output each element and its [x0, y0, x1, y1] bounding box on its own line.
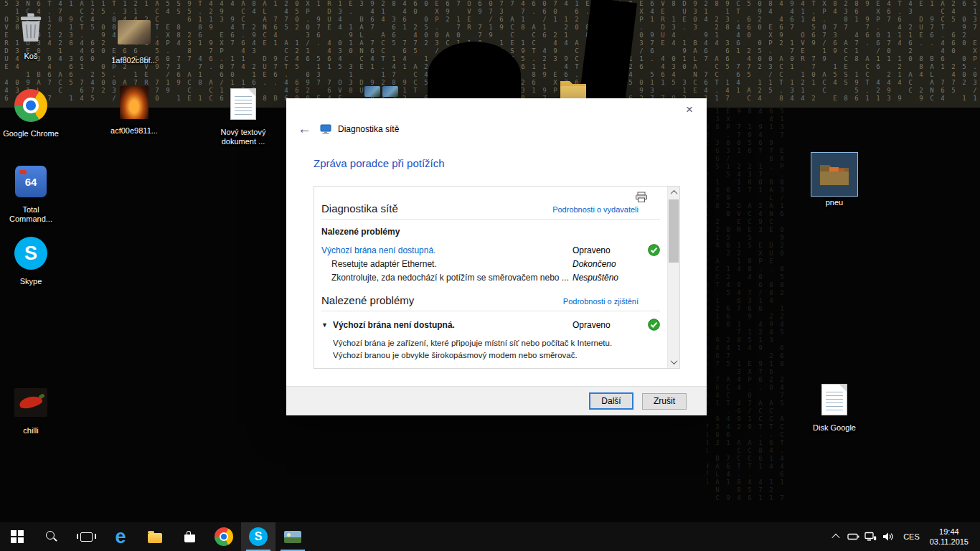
page-title: Zpráva poradce při potížích: [314, 157, 707, 169]
search-button[interactable]: [34, 522, 69, 551]
dialog-footer: Další Zrušit: [286, 386, 707, 415]
scroll-up-icon[interactable]: [668, 187, 680, 199]
language-indicator[interactable]: CES: [896, 522, 927, 551]
report-content: Diagnostika sítě Podrobnosti o vydavatel…: [314, 187, 667, 368]
desktop-icon-image-acf[interactable]: acf00e9811...: [106, 80, 162, 136]
skype-icon: S: [249, 527, 268, 546]
image-thumbnail-icon: [118, 20, 151, 44]
status-text: Opraveno: [573, 245, 641, 255]
desktop-icon-recycle-bin[interactable]: Koš: [3, 6, 59, 61]
status-text: Dokončeno: [573, 259, 641, 269]
task-view-icon: [80, 532, 93, 542]
open-folder-icon: [819, 161, 850, 188]
section-title: Nalezené problémy: [321, 294, 414, 306]
desktop-icon-label: Disk Google: [813, 423, 856, 433]
task-view-button[interactable]: [69, 522, 103, 551]
problem-title: Výchozí brána není dostupná.: [333, 320, 455, 330]
document-icon: [821, 384, 847, 415]
start-button[interactable]: [0, 522, 34, 551]
desktop-icon-label: Google Chrome: [3, 129, 59, 138]
text-document-icon: [230, 88, 256, 120]
chrome-icon: [14, 89, 47, 122]
desktop-icon-total-commander[interactable]: 64 Total Command...: [3, 159, 59, 224]
store-icon: [184, 534, 195, 542]
chrome-button[interactable]: [207, 522, 241, 551]
print-icon[interactable]: [635, 192, 648, 203]
report-panel: Diagnostika sítě Podrobnosti o vydavatel…: [314, 186, 680, 369]
desktop-icon-image-1af[interactable]: 1af802c8bf...: [106, 10, 162, 65]
taskbar: e S: [0, 522, 980, 551]
titlebar: ×: [286, 98, 707, 120]
problem-detail-row: ▼Výchozí brána není dostupná. Opraveno: [321, 318, 660, 331]
back-icon[interactable]: ←: [298, 122, 314, 136]
section-title: Diagnostika sítě: [321, 202, 398, 215]
desktop-icon-label: 1af802c8bf...: [111, 56, 157, 65]
desktop-icon-google-chrome[interactable]: Google Chrome: [3, 83, 59, 138]
system-tray: CES 19:44 03.11.2015: [827, 522, 980, 551]
desktop-icon-label: Koš: [24, 52, 38, 61]
problem-row: Výchozí brána není dostupná. Opraveno: [321, 243, 660, 257]
skype-button[interactable]: S: [241, 522, 275, 551]
recycle-bin-icon: [17, 12, 44, 44]
desktop-icon-pneu[interactable]: pneu: [806, 152, 862, 207]
detection-details-link[interactable]: Podrobnosti o zjištění: [563, 297, 639, 306]
step-text: Zkontrolujte, zda nedochází k potížím se…: [321, 273, 573, 283]
desktop-icon-label: chilli: [23, 426, 38, 435]
desktop-icon-text-document[interactable]: Nový textový dokument ...: [215, 82, 271, 146]
skype-icon: S: [14, 237, 47, 270]
date: 03.11.2015: [930, 537, 969, 547]
photos-icon: [284, 531, 301, 543]
volume-icon[interactable]: [879, 522, 896, 551]
photos-button[interactable]: [275, 522, 310, 551]
problems-found-header: Nalezené problémy: [321, 227, 660, 237]
close-icon[interactable]: ×: [678, 101, 701, 118]
desktop-icon-disk-google[interactable]: Disk Google: [806, 377, 862, 433]
cancel-button[interactable]: Zrušit: [642, 393, 687, 410]
scrollbar-thumb[interactable]: [669, 199, 679, 263]
wizard-header: ← Diagnostika sítě: [286, 120, 707, 138]
file-explorer-button[interactable]: [138, 522, 172, 551]
total-commander-icon: 64: [15, 166, 47, 197]
step-row: Zkontrolujte, zda nedochází k potížím se…: [321, 270, 660, 284]
chrome-icon: [215, 527, 233, 546]
description-line: Výchozí branou je obvykle širokopásmový …: [333, 349, 660, 362]
status-text: Opraveno: [573, 320, 641, 330]
step-row: Resetujte adaptér Ethernet. Dokončeno: [321, 257, 660, 270]
tray-chevron-up-icon[interactable]: [827, 522, 844, 551]
edge-icon: e: [115, 527, 126, 547]
troubleshooter-window: × ← Diagnostika sítě Zpráva poradce při …: [286, 98, 707, 415]
status-text: Nespuštěno: [573, 273, 641, 283]
edge-button[interactable]: e: [103, 522, 138, 551]
problem-description: Výchozí brána je zařízení, které připoju…: [321, 337, 660, 362]
desktop-icon-label: Nový textový dokument ...: [215, 128, 271, 146]
desktop-icon-chilli[interactable]: chilli: [3, 380, 59, 435]
collapse-icon[interactable]: ▼: [321, 321, 328, 329]
network-diagnostics-icon: [320, 123, 331, 135]
photo-thumbnails-icon: [364, 86, 398, 97]
wallpaper-pattern-side: 5137 EXP.03/16 0920 0502 1245 660 2475 A…: [707, 108, 787, 509]
next-button[interactable]: Další: [589, 392, 633, 410]
desktop-icon-skype[interactable]: S Skype: [3, 231, 59, 286]
windows-logo-icon: [11, 530, 24, 543]
time: 19:44: [930, 527, 969, 537]
battery-icon[interactable]: [844, 522, 862, 551]
desktop-icon-photos-cluster[interactable]: [353, 86, 409, 97]
app-title: Diagnostika sítě: [338, 124, 399, 134]
clock[interactable]: 19:44 03.11.2015: [927, 527, 976, 547]
store-button[interactable]: [172, 522, 207, 551]
problem-link[interactable]: Výchozí brána není dostupná.: [321, 245, 573, 255]
scroll-down-icon[interactable]: [668, 356, 680, 368]
publisher-details-link[interactable]: Podrobnosti o vydavateli: [552, 205, 639, 214]
description-line: Výchozí brána je zařízení, které připoju…: [333, 337, 660, 349]
file-explorer-icon: [148, 533, 162, 543]
desktop-icon-label: pneu: [826, 198, 843, 207]
desktop-icon-label: Skype: [20, 277, 42, 286]
search-icon: [46, 531, 58, 543]
desktop-icon-label: Total Command...: [3, 205, 59, 224]
fixed-check-icon: [641, 319, 660, 331]
desktop-icon-label: acf00e9811...: [110, 126, 158, 136]
scrollbar[interactable]: [667, 187, 679, 368]
fire-image-thumbnail-icon: [120, 86, 149, 119]
network-icon[interactable]: [862, 522, 879, 551]
fixed-check-icon: [641, 244, 660, 256]
